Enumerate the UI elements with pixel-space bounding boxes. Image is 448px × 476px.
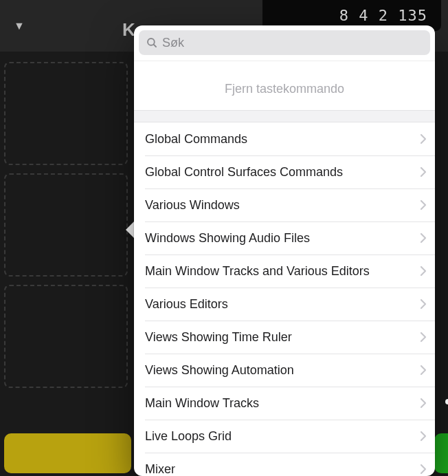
- category-item-mixer[interactable]: Mixer: [134, 453, 435, 476]
- category-label: Mixer: [145, 462, 175, 477]
- category-label: Various Windows: [145, 198, 240, 213]
- category-label: Live Loops Grid: [145, 429, 232, 444]
- remove-key-command-button: Fjern tastekommando: [134, 61, 435, 110]
- category-label: Global Commands: [145, 132, 247, 147]
- section-divider: [134, 110, 435, 122]
- category-label: Windows Showing Audio Files: [145, 231, 310, 246]
- key-commands-popover: Fjern tastekommando Global Commands Glob…: [134, 25, 435, 476]
- chevron-right-icon: [420, 166, 427, 177]
- category-item-main-window-tracks[interactable]: Main Window Tracks: [134, 387, 435, 420]
- chevron-right-icon: [420, 232, 427, 244]
- track-slot[interactable]: [4, 285, 128, 388]
- track-slot[interactable]: [4, 62, 128, 165]
- dropdown-arrow-icon[interactable]: ▼: [14, 20, 25, 32]
- category-list[interactable]: Global Commands Global Control Surfaces …: [134, 122, 435, 476]
- chevron-right-icon: [420, 266, 427, 277]
- empty-track-slots: [4, 62, 128, 396]
- track-slot[interactable]: [4, 173, 128, 277]
- category-label: Various Editors: [145, 297, 228, 312]
- chevron-right-icon: [420, 398, 427, 409]
- category-label: Main Window Tracks and Various Editors: [145, 264, 370, 279]
- search-icon: [146, 36, 158, 49]
- category-item-global-commands[interactable]: Global Commands: [134, 122, 435, 155]
- chevron-right-icon: [420, 431, 427, 442]
- search-field[interactable]: [139, 30, 430, 55]
- category-label: Views Showing Automation: [145, 363, 294, 378]
- category-item-various-windows[interactable]: Various Windows: [134, 188, 435, 221]
- bottom-control-yellow[interactable]: [4, 433, 131, 473]
- scroll-indicator[interactable]: [445, 399, 448, 404]
- chevron-right-icon: [420, 332, 427, 343]
- search-input[interactable]: [162, 36, 423, 50]
- chevron-right-icon: [420, 199, 427, 210]
- category-item-views-automation[interactable]: Views Showing Automation: [134, 354, 435, 387]
- category-item-live-loops-grid[interactable]: Live Loops Grid: [134, 420, 435, 453]
- category-item-various-editors[interactable]: Various Editors: [134, 288, 435, 321]
- category-item-views-time-ruler[interactable]: Views Showing Time Ruler: [134, 321, 435, 354]
- category-item-global-control-surfaces[interactable]: Global Control Surfaces Commands: [134, 155, 435, 188]
- svg-line-1: [153, 44, 156, 47]
- category-label: Global Control Surfaces Commands: [145, 165, 343, 180]
- category-label: Views Showing Time Ruler: [145, 330, 292, 345]
- search-container: [134, 25, 435, 55]
- category-item-windows-audio-files[interactable]: Windows Showing Audio Files: [134, 221, 435, 255]
- app-logo-fragment: K: [122, 19, 135, 41]
- chevron-right-icon: [420, 299, 427, 310]
- bottom-control-green[interactable]: [434, 433, 448, 473]
- category-item-main-window-tracks-editors[interactable]: Main Window Tracks and Various Editors: [134, 255, 435, 288]
- chevron-right-icon: [420, 133, 427, 144]
- category-label: Main Window Tracks: [145, 396, 259, 411]
- chevron-right-icon: [420, 365, 427, 376]
- chevron-right-icon: [420, 464, 427, 475]
